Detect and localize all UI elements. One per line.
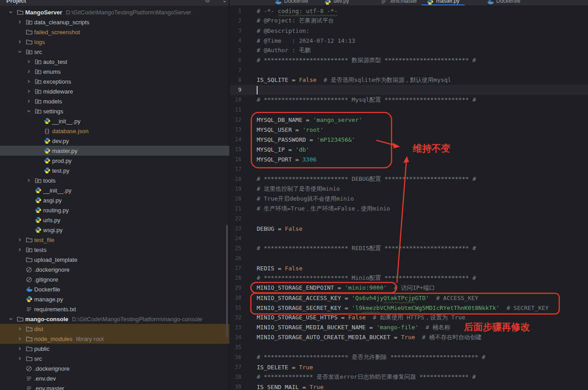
locate-icon[interactable]: ⊙ [205, 0, 210, 4]
tree-item-wsgi.py[interactable]: wsgi.py [0, 225, 229, 235]
tree-item-enums[interactable]: enums [0, 67, 229, 76]
folder-icon [24, 325, 34, 332]
tree-item-__init__.py[interactable]: __init__.py [0, 116, 229, 126]
tree-item-node_modules[interactable]: node_moduleslibrary root [0, 334, 229, 344]
code-text: # ************************ REDIS配置 *****… [257, 244, 476, 252]
chevron-collapsed-icon[interactable] [24, 59, 33, 64]
tree-item-urls.py[interactable]: urls.py [0, 215, 229, 225]
tree-item-.env.dev[interactable]: .env.dev [0, 373, 229, 383]
tree-item-public[interactable]: public [0, 344, 229, 354]
chevron-collapsed-icon[interactable] [15, 19, 24, 25]
chevron-collapsed-icon[interactable] [15, 39, 24, 45]
folder-icon [24, 38, 34, 45]
code-text: # ************************ 数据源类型 *******… [257, 56, 476, 64]
tree-item-src[interactable]: src [0, 354, 229, 363]
tree-item-manage.py[interactable]: manage.py [0, 294, 229, 304]
tree-item-label: upload_template [34, 256, 77, 263]
tree-item-label: __init__.py [52, 118, 80, 125]
chevron-collapsed-icon[interactable] [15, 237, 24, 242]
tree-item-.env.master[interactable]: .env.master [0, 383, 229, 390]
tree-item-models[interactable]: models [0, 96, 229, 106]
line-number: 34 [230, 334, 241, 341]
chevron-collapsed-icon[interactable] [15, 356, 24, 361]
code-text: # 这里也控制了是否使用minio [257, 185, 340, 193]
chevron-expanded-icon[interactable] [15, 49, 24, 54]
chevron-collapsed-icon[interactable] [24, 99, 33, 104]
tree-item-label: Dockerfile [34, 286, 60, 293]
tree-item-.dockerignore[interactable]: .dockerignore [0, 264, 229, 274]
tree-item-.gitignore[interactable]: .gitignore [0, 274, 229, 284]
code-text: # ************** 是否发送error日志协助芒果修复问题 ***… [257, 373, 476, 381]
editor-tab-Dockerfile[interactable]: Dockerfile [487, 0, 520, 6]
tree-item-requirements.txt[interactable]: requirements.txt [0, 304, 229, 314]
python-file-icon [33, 206, 43, 214]
tree-item-auto_test[interactable]: auto_test [0, 57, 229, 67]
tree-item-label: models [43, 98, 62, 105]
tree-item-dist[interactable]: dist [0, 324, 229, 334]
chevron-collapsed-icon[interactable] [15, 326, 24, 332]
chevron-collapsed-icon[interactable] [24, 69, 33, 74]
tree-item-middleware[interactable]: middleware [0, 86, 229, 96]
chevron-down-icon[interactable]: ⌄ [222, 0, 227, 4]
tree-item-prod.py[interactable]: prod.py [0, 156, 229, 166]
code-line-1: 1# -*- coding: utf-8 -*- [230, 6, 588, 16]
python-file-icon [33, 226, 43, 233]
tree-item-label: auto_test [43, 58, 67, 65]
code-line-32: 32MINIO_STORAGE_USE_HTTPS = False # 如果使用… [230, 313, 588, 323]
chevron-expanded-icon[interactable] [6, 316, 15, 322]
tree-item-tools[interactable]: tools [0, 175, 229, 185]
tree-item-label: src [34, 49, 42, 55]
package-folder-icon [24, 18, 34, 26]
tree-item-dev.py[interactable]: dev.py [0, 136, 229, 146]
code-text: MINIO_STORAGE_SECRET_KEY = 'l9kmezbVChMi… [257, 305, 549, 311]
editor-tab-Dockerfile[interactable]: Dockerfile [275, 0, 308, 6]
tree-item-logs[interactable]: logs [0, 37, 229, 47]
tree-item-label: requirements.txt [34, 306, 76, 313]
tree-item-test_file[interactable]: test_file [0, 235, 229, 245]
editor-tab-label: Dockerfile [284, 0, 308, 4]
tree-item-src[interactable]: src [0, 47, 229, 57]
editor-tab-master.py[interactable]: master.py [427, 0, 459, 6]
tree-item-label: tests [34, 247, 46, 253]
chevron-collapsed-icon[interactable] [15, 346, 24, 351]
chevron-collapsed-icon[interactable] [24, 89, 33, 94]
tree-item-asgi.py[interactable]: asgi.py [0, 195, 229, 205]
code-line-38: 38# ************** 是否发送error日志协助芒果修复问题 *… [230, 372, 588, 382]
editor-tab-.env.master[interactable]: .env.master [380, 0, 417, 6]
tree-item-master.py[interactable]: master.py [0, 146, 229, 156]
chevron-collapsed-icon[interactable] [24, 178, 33, 183]
code-line-13: 13MYSQL_USER = 'root' [230, 125, 588, 134]
tree-item-mango-console[interactable]: mango-consoleD:\GitCode\MangoTestingPlat… [0, 314, 229, 324]
code-line-36: 36# ************************ 是否允许删除 ****… [230, 352, 588, 362]
tree-scrollbar-thumb[interactable] [226, 225, 228, 337]
tree-item-__init__.py[interactable]: __init__.py [0, 185, 229, 195]
line-number: 17 [230, 166, 241, 172]
chevron-expanded-icon[interactable] [24, 108, 33, 114]
tree-item-exceptions[interactable]: exceptions [0, 76, 229, 86]
chevron-collapsed-icon[interactable] [24, 79, 33, 84]
code-line-7: 7 [230, 65, 588, 75]
chevron-expanded-icon[interactable] [6, 9, 15, 15]
tree-item-settings[interactable]: settings [0, 106, 229, 116]
chevron-collapsed-icon[interactable] [15, 247, 24, 252]
tree-item-label: prod.py [52, 157, 71, 164]
editor-tab-dev.py[interactable]: dev.py [324, 0, 349, 6]
tree-item-tests[interactable]: tests [0, 245, 229, 255]
tree-item-upload_template[interactable]: upload_template [0, 255, 229, 264]
chevron-collapsed-icon[interactable] [15, 336, 24, 341]
tree-item-data_cleanup_scripts[interactable]: data_cleanup_scripts [0, 17, 229, 27]
code-viewport[interactable]: 1# -*- coding: utf-8 -*-2# @Project: 芒果测… [230, 6, 588, 390]
tree-item-database.json[interactable]: { }database.json [0, 126, 229, 136]
line-number: 26 [230, 255, 241, 261]
folder-icon [24, 355, 34, 362]
tree-item-routing.py[interactable]: routing.py [0, 205, 229, 215]
tree-item-test.py[interactable]: test.py [0, 166, 229, 175]
folder-icon [15, 9, 25, 16]
tree-item-label: __init__.py [43, 187, 71, 194]
tree-item-failed_screenshot[interactable]: failed_screenshot [0, 27, 229, 37]
tree-item-Dockerfile[interactable]: Dockerfile [0, 284, 229, 294]
line-number: 2 [230, 18, 241, 24]
tree-item-.dockerignore[interactable]: .dockerignore [0, 363, 229, 373]
tree-item-MangoServer[interactable]: MangoServerD:\GitCode\MangoTestingPlatfo… [0, 7, 229, 17]
editor-area[interactable]: Dockerfiledev.py.env.mastermaster.pyDock… [230, 0, 588, 390]
